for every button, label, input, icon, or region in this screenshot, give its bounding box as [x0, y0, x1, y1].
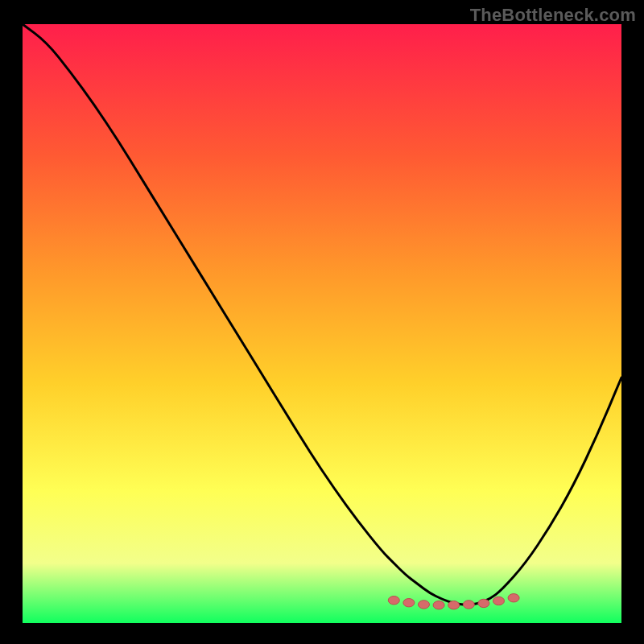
optimal-marker	[493, 597, 504, 605]
optimal-marker	[463, 601, 474, 609]
gradient-background	[23, 24, 621, 623]
optimal-marker	[418, 601, 429, 609]
optimal-marker	[433, 601, 444, 609]
plot-area	[23, 24, 621, 623]
chart-stage: TheBottleneck.com	[0, 0, 644, 644]
optimal-marker	[478, 599, 489, 607]
optimal-marker	[403, 599, 415, 607]
optimal-marker	[388, 597, 399, 605]
optimal-marker	[448, 601, 460, 609]
optimal-marker	[508, 594, 519, 602]
attribution-label: TheBottleneck.com	[470, 5, 636, 26]
plot-svg	[23, 24, 621, 623]
